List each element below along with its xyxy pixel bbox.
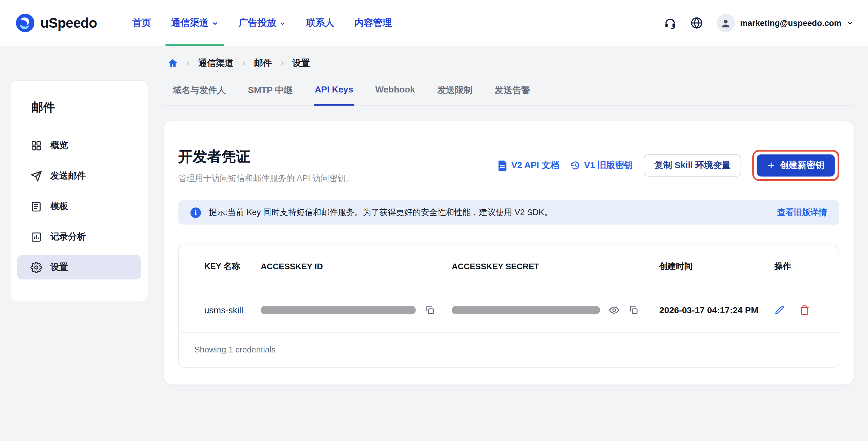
- button-label: 创建新密钥: [780, 160, 824, 171]
- main-nav: 首页 通信渠道 广告投放 联系人 内容管理: [122, 0, 402, 46]
- info-icon: i: [190, 207, 201, 218]
- chevron-down-icon: [279, 20, 286, 27]
- link-label: V1 旧版密钥: [584, 160, 633, 171]
- accesskey-id-cell: [261, 305, 452, 315]
- chevron-down-icon: [212, 20, 219, 27]
- nav-label: 首页: [132, 17, 151, 29]
- home-icon[interactable]: [168, 58, 178, 68]
- tab-smtp-relay[interactable]: SMTP 中继: [247, 80, 293, 105]
- template-icon: [30, 200, 42, 212]
- brand-logo[interactable]: uSpeedo: [16, 0, 97, 46]
- tip-text: 提示:当前 Key 同时支持短信和邮件服务。为了获得更好的安全性和性能，建议使用…: [209, 207, 552, 218]
- send-icon: [30, 170, 42, 182]
- copy-icon[interactable]: [425, 305, 435, 315]
- nav-item-home[interactable]: 首页: [122, 0, 161, 46]
- col-header-accesskey-secret: ACCESSKEY SECRET: [452, 262, 659, 271]
- nav-item-ads[interactable]: 广告投放: [229, 0, 296, 46]
- main-content: 域名与发件人 SMTP 中继 API Keys Webhook 发送限制 发送告…: [163, 80, 854, 385]
- col-header-accesskey-id: ACCESSKEY ID: [261, 262, 452, 271]
- sidebar-item-label: 设置: [50, 261, 68, 273]
- breadcrumb: 通信渠道 邮件 设置: [168, 58, 868, 68]
- table-row: usms-skill: [179, 288, 838, 333]
- app-root: uSpeedo 首页 通信渠道 广告投放 联系人 内容管: [0, 0, 868, 441]
- tip-banner: i 提示:当前 Key 同时支持短信和邮件服务。为了获得更好的安全性和性能，建议…: [178, 200, 839, 225]
- create-new-key-button[interactable]: 创建新密钥: [757, 154, 835, 176]
- tab-domain-sender[interactable]: 域名与发件人: [172, 80, 227, 105]
- language-globe-icon[interactable]: [690, 16, 704, 30]
- main-layout: 邮件 概览 发送邮件: [0, 68, 868, 385]
- breadcrumb-channels[interactable]: 通信渠道: [198, 57, 234, 69]
- avatar: [717, 14, 735, 32]
- account-menu[interactable]: marketing@uspeedo.com: [717, 14, 854, 32]
- sidebar-item-send-email[interactable]: 发送邮件: [17, 164, 141, 188]
- masked-accesskey-id: [261, 306, 415, 314]
- tab-api-keys[interactable]: API Keys: [314, 80, 354, 105]
- breadcrumb-separator-icon: [279, 60, 285, 66]
- email-sidebar: 邮件 概览 发送邮件: [10, 80, 148, 302]
- nav-label: 广告投放: [239, 17, 276, 29]
- tab-send-alerts[interactable]: 发送告警: [494, 80, 531, 105]
- nav-item-content[interactable]: 内容管理: [344, 0, 402, 46]
- sidebar-item-templates[interactable]: 模板: [17, 194, 141, 219]
- sidebar-item-label: 发送邮件: [50, 170, 86, 182]
- row-actions: [775, 305, 822, 315]
- breadcrumb-settings: 设置: [292, 57, 310, 69]
- logo-icon: [16, 13, 35, 33]
- page-title: 开发者凭证: [178, 147, 354, 166]
- document-icon: [498, 160, 507, 171]
- top-bar: uSpeedo 首页 通信渠道 广告投放 联系人 内容管: [0, 0, 868, 46]
- copy-skill-env-button[interactable]: 复制 Skill 环境变量: [644, 154, 741, 176]
- view-legacy-details-link[interactable]: 查看旧版详情: [777, 207, 827, 218]
- sidebar-item-overview[interactable]: 概览: [17, 133, 141, 158]
- col-header-actions: 操作: [775, 261, 822, 272]
- panel-header: 开发者凭证 管理用于访问短信和邮件服务的 API 访问密钥。 V2 AP: [178, 147, 839, 184]
- nav-item-contacts[interactable]: 联系人: [296, 0, 344, 46]
- accesskey-secret-cell: [452, 305, 659, 315]
- gear-icon: [30, 261, 42, 273]
- plus-icon: [767, 161, 775, 169]
- col-header-key-name: KEY 名称: [204, 261, 261, 272]
- analytics-icon: [30, 231, 42, 243]
- sidebar-item-label: 模板: [50, 200, 68, 212]
- col-header-created: 创建时间: [659, 261, 775, 272]
- panel-titles: 开发者凭证 管理用于访问短信和邮件服务的 API 访问密钥。: [178, 147, 354, 184]
- credential-name: usms-skill: [204, 305, 261, 315]
- credentials-table: KEY 名称 ACCESSKEY ID ACCESSKEY SECRET 创建时…: [178, 245, 839, 368]
- eye-icon[interactable]: [609, 305, 619, 315]
- created-timestamp: 2026-03-17 04:17:24 PM: [659, 305, 775, 315]
- annotation-highlight-box: 创建新密钥: [752, 150, 839, 181]
- history-clock-icon: [570, 161, 580, 170]
- sidebar-item-settings[interactable]: 设置: [17, 255, 141, 280]
- sidebar-item-analytics[interactable]: 记录分析: [17, 225, 141, 249]
- chevron-down-icon: [846, 19, 854, 27]
- support-headset-icon[interactable]: [664, 16, 677, 30]
- delete-trash-icon[interactable]: [799, 305, 810, 315]
- account-email: marketing@uspeedo.com: [740, 19, 841, 28]
- v2-api-docs-link[interactable]: V2 API 文档: [498, 160, 559, 171]
- tab-webhook[interactable]: Webhook: [374, 80, 416, 105]
- nav-label: 联系人: [306, 17, 335, 29]
- nav-item-channels[interactable]: 通信渠道: [161, 0, 229, 46]
- v1-legacy-keys-link[interactable]: V1 旧版密钥: [570, 160, 633, 171]
- top-bar-right: marketing@uspeedo.com: [664, 0, 854, 46]
- panel-actions: V2 API 文档 V1 旧版密钥 复制 Skill 环境变量: [498, 150, 839, 181]
- masked-accesskey-secret: [452, 306, 600, 314]
- table-header-row: KEY 名称 ACCESSKEY ID ACCESSKEY SECRET 创建时…: [179, 245, 838, 288]
- sidebar-title: 邮件: [17, 100, 141, 127]
- sidebar-item-label: 记录分析: [50, 231, 86, 243]
- brand-name: uSpeedo: [40, 15, 97, 31]
- link-label: V2 API 文档: [511, 160, 559, 171]
- settings-tabs: 域名与发件人 SMTP 中继 API Keys Webhook 发送限制 发送告…: [163, 80, 854, 105]
- breadcrumb-separator-icon: [185, 60, 191, 66]
- copy-icon[interactable]: [628, 305, 639, 315]
- grid-icon: [30, 140, 42, 152]
- sidebar-item-label: 概览: [50, 140, 68, 152]
- nav-label: 通信渠道: [171, 17, 209, 29]
- edit-pencil-icon[interactable]: [775, 305, 785, 315]
- page-subtitle: 管理用于访问短信和邮件服务的 API 访问密钥。: [178, 173, 354, 184]
- tab-send-limits[interactable]: 发送限制: [436, 80, 474, 105]
- nav-label: 内容管理: [354, 17, 392, 29]
- developer-credentials-panel: 开发者凭证 管理用于访问短信和邮件服务的 API 访问密钥。 V2 AP: [163, 120, 854, 385]
- breadcrumb-email[interactable]: 邮件: [254, 57, 272, 69]
- table-footer: Showing 1 credentials: [179, 333, 838, 368]
